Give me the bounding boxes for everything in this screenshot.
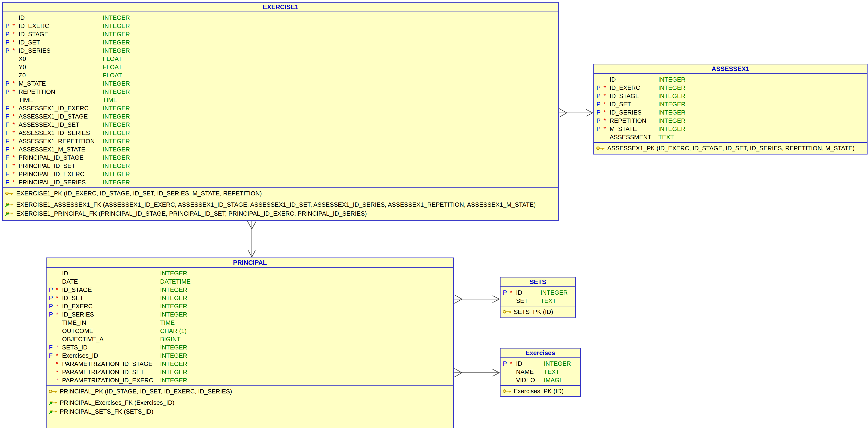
column-row: P*ID_STAGEINTEGER (594, 92, 867, 100)
column-type: INTEGER (658, 125, 686, 133)
primary-key-section: Exercises_PK (ID) (500, 385, 580, 396)
column-row: OBJECTIVE_ABIGINT (46, 335, 453, 343)
mandatory-asterisk: * (12, 31, 19, 38)
key-type-flag: P (596, 101, 603, 108)
table-exercise1[interactable]: EXERCISE1 IDINTEGERP*ID_EXERCINTEGERP*ID… (2, 2, 559, 221)
column-row: P*ID_STAGEINTEGER (3, 30, 558, 38)
connector-exercise1-assessex1[interactable] (559, 109, 593, 117)
column-type: INTEGER (658, 76, 686, 83)
key-type-flag: P (503, 360, 510, 367)
mandatory-asterisk: * (12, 47, 19, 54)
column-type: INTEGER (103, 129, 130, 136)
column-name: M_STATE (19, 80, 103, 87)
column-type: FLOAT (103, 72, 122, 79)
mandatory-asterisk: * (12, 162, 19, 170)
column-row: *PARAMETRIZATION_ID_STAGEINTEGER (46, 360, 453, 368)
key-type-flag: P (596, 117, 603, 124)
column-name: ID (62, 270, 160, 277)
key-type-flag: F (5, 146, 12, 153)
key-type-flag: F (5, 137, 12, 145)
table-title: PRINCIPAL (46, 258, 453, 268)
connector-exercise1-principal[interactable] (248, 221, 256, 257)
column-row: F*PRINCIPAL_ID_STAGEINTEGER (3, 154, 558, 162)
column-name: ID_SET (610, 101, 658, 108)
column-row: P*REPETITIONINTEGER (594, 117, 867, 125)
column-row: F*SETS_IDINTEGER (46, 343, 453, 351)
mandatory-asterisk: * (56, 368, 62, 376)
column-name: PARAMETRIZATION_ID_SET (62, 368, 160, 376)
key-type-flag: P (596, 125, 603, 133)
connector-principal-sets[interactable] (455, 295, 499, 303)
key-type-flag: F (5, 179, 12, 186)
column-name: ID_SERIES (610, 109, 658, 116)
key-type-flag: P (596, 109, 603, 116)
column-row: *PARAMETRIZATION_ID_SETINTEGER (46, 368, 453, 376)
column-type: INTEGER (103, 22, 130, 30)
key-label: ASSESSEX1_PK (ID_EXERC, ID_STAGE, ID_SET… (607, 145, 855, 152)
mandatory-asterisk: * (12, 113, 19, 120)
table-title: ASSESSEX1 (594, 64, 867, 74)
column-name: ID_SET (19, 39, 103, 46)
mandatory-asterisk: * (56, 344, 62, 351)
column-name: ID_SERIES (19, 47, 103, 54)
mandatory-asterisk: * (510, 360, 516, 367)
column-type: INTEGER (160, 295, 187, 302)
mandatory-asterisk: * (12, 80, 19, 87)
column-type: INTEGER (103, 146, 130, 153)
column-name: ID_STAGE (62, 286, 160, 294)
table-exercises[interactable]: Exercises P*IDINTEGERNAMETEXTVIDEOIMAGE … (500, 348, 581, 397)
column-name: ID_EXERC (610, 84, 658, 91)
column-type: INTEGER (103, 121, 130, 128)
table-principal[interactable]: PRINCIPAL IDINTEGERDATEDATETIMEP*ID_STAG… (46, 257, 454, 428)
column-row: P*ID_SETINTEGER (3, 38, 558, 47)
column-name: ID_EXERC (62, 303, 160, 310)
column-row: F*ASSESSEX1_ID_STAGEINTEGER (3, 113, 558, 121)
foreign-key-row: EXERCISE1_ASSESSEX1_FK (ASSESSEX1_ID_EXE… (3, 200, 558, 209)
column-type: INTEGER (160, 344, 187, 351)
mandatory-asterisk: * (12, 179, 19, 186)
column-name: Z0 (19, 72, 103, 79)
primary-key-row: EXERCISE1_PK (ID_EXERC, ID_STAGE, ID_SET… (3, 189, 558, 198)
table-assessex1[interactable]: ASSESSEX1 IDINTEGERP*ID_EXERCINTEGERP*ID… (593, 64, 868, 154)
key-type-flag: F (5, 121, 12, 128)
column-name: ASSESSEX1_M_STATE (19, 146, 103, 153)
column-type: INTEGER (103, 14, 130, 22)
column-row: F*PRINCIPAL_ID_SETINTEGER (3, 162, 558, 170)
column-name: ID (610, 76, 658, 83)
column-name: NAME (516, 368, 544, 375)
column-type: INTEGER (160, 377, 187, 384)
column-row: F*ASSESSEX1_M_STATEINTEGER (3, 145, 558, 154)
column-type: INTEGER (103, 113, 130, 120)
key-type-flag: P (49, 286, 56, 294)
column-type: INTEGER (658, 117, 686, 124)
column-type: TIME (160, 319, 175, 327)
mandatory-asterisk: * (510, 289, 516, 296)
column-name: ID_SERIES (62, 311, 160, 318)
column-type: INTEGER (103, 162, 130, 170)
column-row: TIMETIME (3, 96, 558, 104)
column-row: ASSESSMENTTEXT (594, 133, 867, 141)
column-row: OUTCOMECHAR (1) (46, 327, 453, 335)
column-name: Y0 (19, 63, 103, 71)
column-row: TIME_INTIME (46, 319, 453, 327)
connector-principal-exercises[interactable] (455, 368, 499, 377)
column-type: INTEGER (160, 303, 187, 310)
column-row: P*M_STATEINTEGER (3, 80, 558, 88)
mandatory-asterisk: * (603, 117, 610, 124)
column-type: FLOAT (103, 55, 122, 63)
key-icon (502, 389, 512, 394)
column-row: P*ID_SETINTEGER (594, 100, 867, 109)
key-icon (502, 309, 512, 314)
column-type: FLOAT (103, 63, 122, 71)
column-type: INTEGER (160, 352, 187, 359)
mandatory-asterisk: * (12, 154, 19, 161)
foreign-key-icon (5, 202, 14, 207)
column-row: P*ID_EXERCINTEGER (3, 22, 558, 30)
mandatory-asterisk: * (12, 137, 19, 145)
column-type: CHAR (1) (160, 327, 187, 335)
table-sets[interactable]: SETS P*IDINTEGERSETTEXT SETS_PK (ID) (500, 277, 576, 318)
column-name: X0 (19, 55, 103, 63)
primary-key-row: ASSESSEX1_PK (ID_EXERC, ID_STAGE, ID_SET… (594, 144, 867, 153)
key-icon (49, 389, 58, 394)
mandatory-asterisk: * (56, 286, 62, 294)
